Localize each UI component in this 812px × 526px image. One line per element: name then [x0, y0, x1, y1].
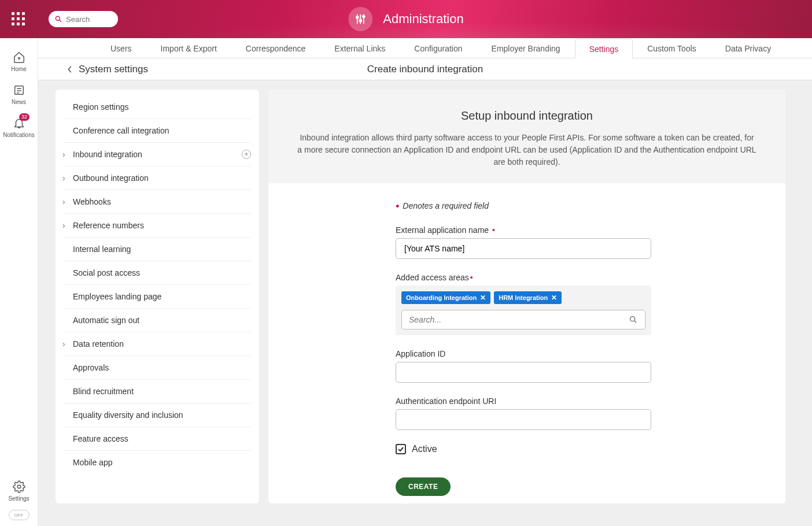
sidebar-item-label: Conference call integration — [73, 126, 169, 135]
sidebar-item[interactable]: Conference call integration — [64, 119, 251, 143]
sidebar-item-label: Data retention — [73, 339, 124, 349]
sidebar-item-label: Webhooks — [73, 197, 111, 206]
access-areas-search[interactable] — [401, 310, 645, 329]
active-label: Active — [412, 444, 437, 454]
svg-point-13 — [17, 485, 21, 488]
create-button[interactable]: CREATE — [396, 477, 451, 496]
ext-app-label: External application name • — [396, 225, 651, 235]
chevron-right-icon: › — [62, 221, 65, 230]
access-tag: Onboarding Integration✕ — [401, 291, 490, 304]
svg-point-0 — [56, 16, 60, 20]
sidebar-item-label: Reference numbers — [73, 221, 144, 230]
svg-line-1 — [60, 20, 61, 22]
sidebar-item[interactable]: Approvals — [64, 356, 251, 380]
back-button[interactable]: System settings — [38, 64, 148, 75]
app-id-label: Application ID — [396, 349, 651, 358]
sidebar-item-label: Equality diversity and inclusion — [73, 410, 183, 420]
tab-external-links[interactable]: External Links — [320, 38, 400, 58]
sidebar-item[interactable]: ›Inbound integration+ — [64, 143, 251, 166]
sidebar-item[interactable]: ›Reference numbers — [64, 214, 251, 238]
tab-custom-tools[interactable]: Custom Tools — [633, 38, 711, 58]
sidebar-item[interactable]: Social post access — [64, 261, 251, 285]
svg-point-5 — [356, 16, 359, 18]
form-card: Setup inbound integration Inbound integr… — [268, 90, 785, 503]
global-search[interactable] — [49, 11, 118, 27]
settings-sidebar: Region settingsConference call integrati… — [56, 90, 259, 503]
back-label: System settings — [79, 64, 148, 75]
nav-notifications[interactable]: 32 Notifications — [0, 112, 38, 143]
sidebar-item-label: Outbound integration — [73, 173, 149, 183]
tab-employer-branding[interactable]: Employer Branding — [477, 38, 575, 58]
chevron-right-icon: › — [62, 150, 65, 159]
sidebar-item[interactable]: ›Webhooks — [64, 190, 251, 214]
sidebar-item-label: Approvals — [73, 363, 109, 372]
auth-uri-label: Authentication endpoint URI — [396, 397, 651, 406]
sidebar-item[interactable]: ›Outbound integration — [64, 166, 251, 190]
form-hero-title: Setup inbound integration — [297, 109, 756, 123]
active-checkbox[interactable] — [396, 444, 406, 454]
svg-point-7 — [363, 16, 365, 18]
gear-icon — [13, 480, 25, 493]
sidebar-item[interactable]: Internal learning — [64, 238, 251, 261]
nav-home-label: Home — [11, 66, 27, 72]
access-search-input[interactable] — [409, 315, 629, 324]
chevron-left-icon — [67, 65, 73, 73]
add-icon[interactable]: + — [242, 150, 251, 159]
notification-badge: 32 — [19, 113, 29, 121]
sidebar-item-label: Social post access — [73, 268, 140, 277]
app-id-input[interactable] — [396, 362, 651, 383]
app-title: Administration — [383, 12, 463, 27]
tab-users[interactable]: Users — [96, 38, 146, 58]
left-nav: Home News 32 Notifications Settings OFF — [0, 38, 38, 526]
sidebar-item-label: Feature access — [73, 434, 128, 443]
sidebar-item-label: Automatic sign out — [73, 316, 139, 325]
tab-import-export[interactable]: Import & Export — [146, 38, 231, 58]
sidebar-item[interactable]: Employees landing page — [64, 285, 251, 309]
nav-settings-label: Settings — [8, 495, 29, 502]
auth-uri-input[interactable] — [396, 409, 651, 430]
tag-label: HRM Integration — [499, 294, 548, 301]
home-icon — [13, 51, 25, 64]
tab-data-privacy[interactable]: Data Privacy — [711, 38, 785, 58]
remove-tag-icon[interactable]: ✕ — [551, 294, 557, 302]
sidebar-item-label: Employees landing page — [73, 292, 161, 301]
svg-point-8 — [18, 57, 20, 59]
apps-menu-icon[interactable] — [12, 12, 25, 26]
ext-app-input[interactable] — [396, 238, 651, 259]
nav-news[interactable]: News — [0, 79, 38, 110]
svg-point-14 — [630, 317, 635, 321]
tabs: UsersImport & ExportCorrespondenceExtern… — [38, 38, 812, 58]
access-areas-label: Added access areas• — [396, 273, 651, 282]
search-icon — [54, 15, 62, 23]
sidebar-item[interactable]: Automatic sign out — [64, 309, 251, 332]
nav-news-label: News — [12, 99, 26, 105]
required-note: •Denotes a required field — [396, 201, 785, 213]
page-title: Create inbound integration — [367, 64, 483, 75]
tab-settings[interactable]: Settings — [575, 39, 633, 58]
sidebar-item[interactable]: Region settings — [64, 95, 251, 119]
sidebar-item[interactable]: Mobile app — [64, 451, 251, 474]
nav-settings[interactable]: Settings — [0, 476, 38, 506]
nav-notif-label: Notifications — [3, 132, 34, 138]
tab-correspondence[interactable]: Correspondence — [231, 38, 320, 58]
tab-configuration[interactable]: Configuration — [400, 38, 477, 58]
chevron-right-icon: › — [62, 173, 65, 183]
global-search-input[interactable] — [66, 15, 106, 24]
sidebar-item[interactable]: Equality diversity and inclusion — [64, 403, 251, 427]
sub-header: System settings Create inbound integrati… — [38, 58, 812, 80]
form-hero: Setup inbound integration Inbound integr… — [268, 90, 785, 183]
nav-home[interactable]: Home — [0, 46, 38, 77]
brand: Administration — [348, 7, 463, 31]
sidebar-item-label: Inbound integration — [73, 150, 142, 159]
sidebar-item[interactable]: Blind recruitment — [64, 380, 251, 403]
sidebar-item-label: Internal learning — [73, 245, 131, 254]
presence-toggle[interactable]: OFF — [9, 510, 29, 520]
sidebar-item[interactable]: ›Data retention — [64, 332, 251, 356]
sidebar-item-label: Region settings — [73, 102, 129, 112]
top-bar: Administration — [0, 0, 812, 38]
access-tag: HRM Integration✕ — [494, 291, 562, 304]
sidebar-item[interactable]: Feature access — [64, 427, 251, 451]
svg-point-6 — [359, 20, 361, 22]
remove-tag-icon[interactable]: ✕ — [480, 294, 486, 302]
search-icon — [629, 315, 638, 324]
